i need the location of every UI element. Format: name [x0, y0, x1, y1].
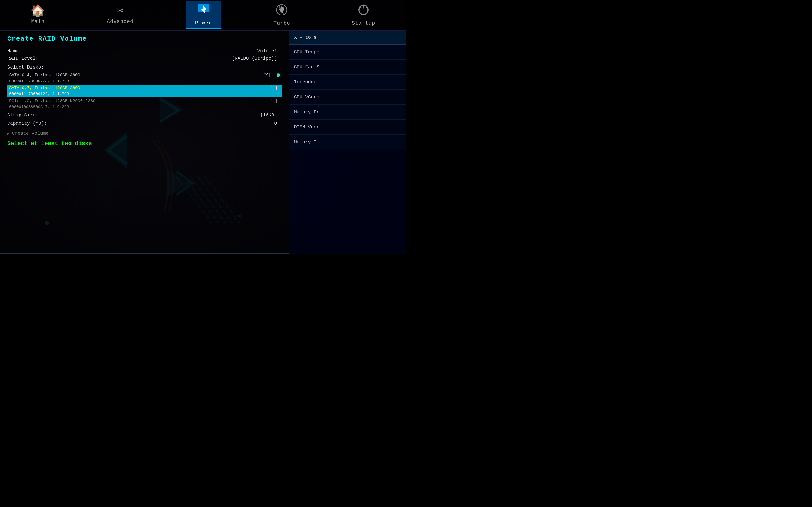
nav-turbo[interactable]: Turbo	[264, 1, 300, 29]
create-volume-arrow-icon: ▶	[7, 131, 10, 136]
sidebar-item-cpu-temp: CPU Tempe	[289, 45, 406, 60]
nav-power-label: Power	[195, 20, 212, 26]
disk-serial-0: 0000011170000773, 111.7GB	[7, 78, 282, 84]
nav-turbo-label: Turbo	[273, 20, 290, 26]
disk-serial-1: 0000011170009122, 111.7GB	[7, 91, 282, 97]
sidebar-item-memory-timing: Memory Ti	[289, 135, 406, 150]
sidebar-item-intended: Intended	[289, 75, 406, 90]
main-content-panel: Create RAID Volume Name: Volume1 RAID Le…	[0, 31, 289, 253]
sidebar-cpu-temp-label: CPU Tempe	[294, 49, 319, 55]
nav-advanced[interactable]: ✂ Advanced	[98, 3, 143, 27]
tools-icon: ✂	[116, 6, 123, 17]
raid-level-row: RAID Level: [RAID0 (Stripe)]	[7, 56, 282, 61]
nav-advanced-label: Advanced	[107, 19, 134, 25]
nav-main-label: Main	[31, 19, 45, 25]
warning-message: Select at least two disks	[7, 140, 282, 147]
nav-startup[interactable]: Startup	[342, 1, 385, 29]
sidebar-cpu-vcore-label: CPU VCore	[294, 94, 319, 100]
nav-main[interactable]: 🏠 Main	[21, 3, 54, 27]
name-value: Volume1	[257, 48, 277, 54]
disk-serial-2: 000001008800031​7, 119.2GB	[7, 104, 282, 110]
sidebar-item-cpu-vcore: CPU VCore	[289, 90, 406, 105]
disk-checkbox-2[interactable]: [ ]	[270, 99, 277, 103]
sidebar-dimm-vcore-label: DIMM Vcor	[294, 124, 319, 130]
capacity-value: 0	[274, 121, 277, 126]
sidebar-item-cpu-fan: CPU Fan S	[289, 60, 406, 75]
name-row: Name: Volume1	[7, 48, 282, 54]
sidebar-memory-freq-label: Memory Fr	[294, 109, 319, 115]
sidebar-memory-timing-label: Memory Ti	[294, 139, 319, 145]
capacity-label: Capacity (MB):	[7, 121, 47, 126]
right-sidebar: X - to s CPU Tempe CPU Fan S Intended CP…	[289, 31, 406, 253]
disk-row-0[interactable]: SATA 0.4, Teclast 120GB A800 [X]	[7, 72, 282, 78]
disk-row-2[interactable]: PCIe 1.0, Teclast 128GB NP900-2280 [ ]	[7, 98, 282, 104]
disk-name-1: SATA 0.7, Teclast 120GB A800	[9, 86, 80, 91]
disk-entry-0: SATA 0.4, Teclast 120GB A800 [X] 0000011…	[7, 72, 282, 84]
disk-checkbox-0[interactable]: [X]	[263, 73, 270, 77]
sidebar-header-text: X - to s	[294, 35, 316, 40]
sidebar-intended-label: Intended	[294, 79, 316, 85]
home-icon: 🏠	[31, 6, 45, 17]
startup-icon	[357, 4, 369, 18]
create-volume-label: Create Volume	[12, 131, 49, 136]
sidebar-item-memory-freq: Memory Fr	[289, 105, 406, 120]
raid-level-value: [RAID0 (Stripe)]	[232, 56, 277, 61]
disk-checkbox-1[interactable]: [ ]	[270, 86, 277, 91]
disk-dot-0	[276, 73, 280, 77]
disk-name-0: SATA 0.4, Teclast 120GB A800	[9, 73, 80, 77]
sidebar-cpu-fan-label: CPU Fan S	[294, 64, 319, 70]
sidebar-header: X - to s	[289, 31, 406, 45]
raid-form: Create RAID Volume Name: Volume1 RAID Le…	[0, 31, 289, 253]
nav-power[interactable]: Power	[186, 1, 221, 29]
create-volume-row[interactable]: ▶ Create Volume	[7, 131, 282, 136]
raid-title: Create RAID Volume	[7, 35, 282, 43]
disk-entry-2: PCIe 1.0, Teclast 128GB NP900-2280 [ ] 0…	[7, 98, 282, 110]
disk-entry-1: SATA 0.7, Teclast 120GB A800 [ ] 0000011…	[7, 85, 282, 97]
raid-level-label: RAID Level:	[7, 56, 38, 61]
strip-size-label: Strip Size:	[7, 112, 38, 118]
select-disks-label: Select Disks:	[7, 64, 282, 70]
turbo-icon	[275, 4, 288, 18]
capacity-row: Capacity (MB): 0	[7, 121, 282, 126]
strip-size-value: [16KB]	[260, 112, 277, 118]
power-icon	[197, 3, 210, 18]
nav-bar: 🏠 Main ✂ Advanced Power Turbo	[0, 0, 406, 31]
disk-name-2: PCIe 1.0, Teclast 128GB NP900-2280	[9, 99, 95, 103]
sidebar-item-dimm-vcore: DIMM Vcor	[289, 120, 406, 135]
nav-startup-label: Startup	[352, 20, 375, 26]
strip-size-row: Strip Size: [16KB]	[7, 112, 282, 118]
name-label: Name:	[7, 48, 21, 54]
disk-row-1[interactable]: SATA 0.7, Teclast 120GB A800 [ ]	[7, 85, 282, 91]
